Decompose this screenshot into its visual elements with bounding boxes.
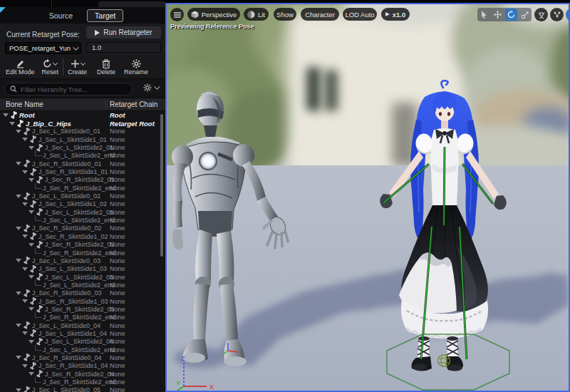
expand-arrow-icon[interactable] xyxy=(28,372,34,376)
expand-arrow-icon[interactable] xyxy=(3,113,9,117)
expand-arrow-icon[interactable] xyxy=(22,299,28,303)
snap-settings-button[interactable] xyxy=(550,8,564,21)
expand-arrow-icon[interactable] xyxy=(9,122,15,125)
run-retargeter-button[interactable]: Run Retargeter xyxy=(86,26,161,38)
expand-arrow-icon[interactable] xyxy=(28,340,34,344)
tree-row[interactable]: RootRoot xyxy=(0,111,165,119)
tree-row[interactable]: J_Bip_C_HipsRetarget Root xyxy=(0,119,165,127)
expand-arrow-icon[interactable] xyxy=(16,195,21,198)
expand-arrow-icon[interactable] xyxy=(28,275,34,279)
tree-row[interactable]: J_Sec_L_SkirtSide0_04None xyxy=(0,321,165,329)
tree-row[interactable]: J_Sec_R_SkirtSide0_03None xyxy=(0,289,165,297)
tree-row[interactable]: J_Sec_R_SkirtSide1_03None xyxy=(0,297,165,305)
expand-arrow-icon[interactable] xyxy=(28,307,34,311)
expand-arrow-icon[interactable] xyxy=(22,170,28,174)
tree-row[interactable]: J_Sec_R_SkirtSide1_02None xyxy=(0,232,165,240)
tree-row[interactable]: J_Sec_L_SkirtSide0_02None xyxy=(0,192,165,200)
tree-scrollbar[interactable] xyxy=(160,114,163,257)
create-button[interactable]: Create xyxy=(68,58,87,76)
expand-arrow-icon[interactable] xyxy=(22,202,28,206)
expand-arrow-icon[interactable] xyxy=(22,364,28,368)
lit-button[interactable]: Lit xyxy=(244,8,269,21)
tree-row[interactable]: J_Sec_R_SkirtSide2_endNone xyxy=(0,314,165,321)
edit-mode-button[interactable]: Edit Mode xyxy=(6,58,35,76)
tree-row[interactable]: J_Sec_L_SkirtSide1_02None xyxy=(0,200,165,208)
expand-arrow-icon[interactable] xyxy=(16,162,21,165)
expand-arrow-icon[interactable] xyxy=(22,331,28,335)
retarget-scale-input[interactable]: 1.0 xyxy=(86,42,161,53)
expand-arrow-icon[interactable] xyxy=(16,324,21,327)
grid-snap-button[interactable] xyxy=(566,8,569,21)
tree-row[interactable]: J_Sec_L_SkirtSide2_04None xyxy=(0,338,165,346)
svg-text:Z: Z xyxy=(181,355,185,362)
bone-icon xyxy=(29,297,37,305)
viewport[interactable]: Z X Y Previewing Reference Pose Perspect… xyxy=(165,3,570,392)
rename-button[interactable]: Rename xyxy=(124,58,148,76)
select-tool[interactable] xyxy=(478,9,490,21)
tree-row[interactable]: J_Sec_L_SkirtSide2_endNone xyxy=(0,152,165,160)
character-button[interactable]: Character xyxy=(301,8,339,21)
tree-row[interactable]: J_Sec_R_SkirtSide2_endNone xyxy=(0,184,165,192)
tab-source[interactable]: Source xyxy=(42,10,80,21)
tree-row[interactable]: J_Sec_L_SkirtSide2_02None xyxy=(0,208,165,216)
tree-row[interactable]: J_Sec_R_SkirtSide2_04None xyxy=(0,370,165,378)
viewport-menu-button[interactable] xyxy=(170,8,184,21)
retarget-panel: Source Target Current Retarget Pose: Run… xyxy=(0,0,165,392)
tree-row[interactable]: J_Sec_L_SkirtSide0_05None xyxy=(0,386,165,392)
filter-options-button[interactable] xyxy=(143,83,158,92)
expand-arrow-icon[interactable] xyxy=(16,259,21,262)
tree-row[interactable]: J_Sec_R_SkirtSide0_04None xyxy=(0,354,165,361)
pose-toolbar: Edit ModeResetCreateDeleteRename xyxy=(0,56,165,78)
tree-row[interactable]: J_Sec_R_SkirtSide0_01None xyxy=(0,160,165,167)
tab-target[interactable]: Target xyxy=(87,9,123,22)
expand-arrow-icon[interactable] xyxy=(22,138,28,141)
delete-button[interactable]: Delete xyxy=(97,58,115,76)
tree-row[interactable]: J_Sec_L_SkirtSide1_04None xyxy=(0,329,165,337)
tree-row[interactable]: J_Sec_R_SkirtSide2_01None xyxy=(0,176,165,184)
tree-row[interactable]: J_Sec_L_SkirtSide2_01None xyxy=(0,143,165,151)
tree-row[interactable]: J_Sec_L_SkirtSide2_03None xyxy=(0,273,165,281)
tree-row[interactable]: J_Sec_R_SkirtSide2_endNone xyxy=(0,249,165,257)
tree-row[interactable]: J_Sec_R_SkirtSide2_03None xyxy=(0,305,165,313)
tree-row[interactable]: J_Sec_L_SkirtSide2_endNone xyxy=(0,346,165,354)
tree-row[interactable]: J_Sec_R_SkirtSide1_01None xyxy=(0,167,165,175)
expand-arrow-icon[interactable] xyxy=(16,130,21,133)
tree-row[interactable]: J_Sec_L_SkirtSide0_01None xyxy=(0,128,165,135)
rename-gear-icon xyxy=(132,59,141,68)
dock-tab[interactable] xyxy=(98,1,165,7)
expand-arrow-icon[interactable] xyxy=(22,267,28,271)
expand-arrow-icon[interactable] xyxy=(28,146,34,150)
filter-hierarchy-input[interactable]: Filter Hierarchy Tree... xyxy=(4,83,133,96)
tree-row[interactable]: J_Sec_L_SkirtSide1_01None xyxy=(0,135,165,143)
camera-speed-button[interactable] xyxy=(534,8,548,21)
scale-tool[interactable] xyxy=(519,9,531,21)
move-tool[interactable] xyxy=(492,9,504,21)
tree-row[interactable]: J_Sec_R_SkirtSide2_endNone xyxy=(0,378,165,386)
reset-button[interactable]: Reset xyxy=(42,58,59,76)
tree-row[interactable]: J_Sec_L_SkirtSide1_03None xyxy=(0,265,165,273)
bone-icon xyxy=(29,135,37,143)
expand-arrow-icon[interactable] xyxy=(28,178,34,182)
expand-arrow-icon[interactable] xyxy=(28,210,34,214)
play-speed-button[interactable]: x1.0 xyxy=(381,8,410,21)
tree-row[interactable]: J_Sec_R_SkirtSide2_02None xyxy=(0,241,165,249)
expand-arrow-icon[interactable] xyxy=(16,292,21,295)
perspective-button[interactable]: Perspective xyxy=(187,8,240,21)
tree-row[interactable]: J_Sec_R_SkirtSide0_02None xyxy=(0,225,165,232)
rotate-tool[interactable] xyxy=(505,9,517,21)
expand-arrow-icon[interactable] xyxy=(16,227,21,230)
delete-trash-icon xyxy=(102,59,110,68)
col-bone-name[interactable]: Bone Name xyxy=(0,100,105,108)
tree-row[interactable]: J_Sec_L_SkirtSide2_endNone xyxy=(0,216,165,224)
expand-arrow-icon[interactable] xyxy=(22,234,28,238)
tree-row[interactable]: J_Sec_L_SkirtSide2_endNone xyxy=(0,281,165,289)
expand-arrow-icon[interactable] xyxy=(28,243,34,247)
lod-auto-button[interactable]: LOD Auto xyxy=(343,8,377,21)
expand-arrow-icon[interactable] xyxy=(16,388,21,392)
tree-row[interactable]: J_Sec_L_SkirtSide0_03None xyxy=(0,257,165,264)
tree-row[interactable]: J_Sec_R_SkirtSide1_04None xyxy=(0,362,165,370)
expand-arrow-icon[interactable] xyxy=(16,356,21,359)
pose-dropdown[interactable]: POSE_retarget_Yun xyxy=(5,42,81,54)
show-button[interactable]: Show xyxy=(274,8,296,21)
col-retarget-chain[interactable]: Retarget Chain xyxy=(105,100,165,108)
